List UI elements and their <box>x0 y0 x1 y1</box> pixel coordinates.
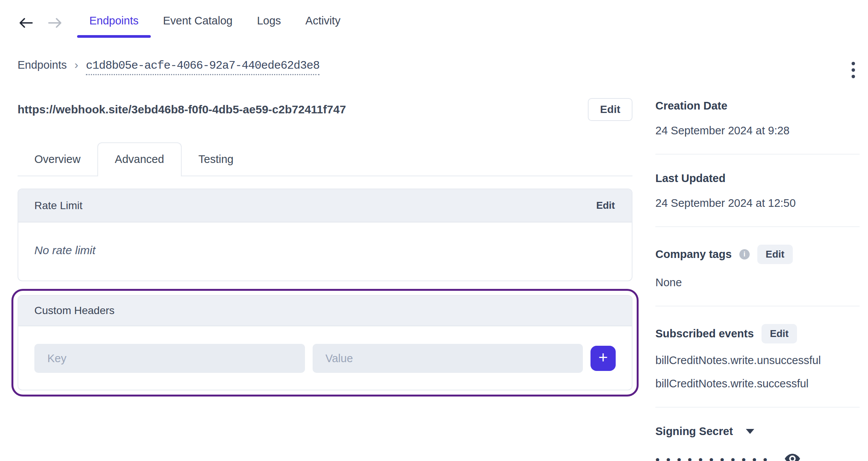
breadcrumb-separator: › <box>74 58 78 71</box>
plus-icon: + <box>599 350 608 366</box>
endpoint-url-row: https://webhook.site/3ebd46b8-f0f0-4db5-… <box>18 98 632 121</box>
subscribed-events-header-row: Subscribed events Edit <box>655 324 860 343</box>
subscribed-events-section: Subscribed events Edit billCreditNotes.w… <box>655 324 860 390</box>
last-updated-section: Last Updated 24 September 2024 at 12:50 <box>655 172 860 210</box>
custom-headers-card-header: Custom Headers <box>18 296 632 326</box>
nav-tab-activity[interactable]: Activity <box>293 9 353 38</box>
company-tags-value: None <box>655 276 860 289</box>
signing-secret-section: Signing Secret ••••••••••• <box>655 425 860 461</box>
nav-tab-endpoints[interactable]: Endpoints <box>77 9 151 38</box>
custom-headers-card: Custom Headers + <box>18 295 632 390</box>
rate-limit-body: No rate limit <box>18 222 632 280</box>
tab-testing[interactable]: Testing <box>182 146 250 176</box>
sidebar-divider <box>655 306 860 306</box>
info-icon[interactable]: i <box>739 249 750 260</box>
header-value-input[interactable] <box>313 344 583 373</box>
signing-secret-label: Signing Secret <box>655 425 733 438</box>
tab-overview[interactable]: Overview <box>18 146 97 176</box>
reveal-secret-button[interactable] <box>784 451 801 461</box>
rate-limit-card-header: Rate Limit Edit <box>18 189 632 222</box>
nav-tab-logs[interactable]: Logs <box>245 9 293 38</box>
signing-secret-masked-value: ••••••••••• <box>655 453 774 461</box>
sidebar-divider <box>655 226 860 227</box>
tab-advanced[interactable]: Advanced <box>97 142 182 176</box>
company-tags-header-row: Company tags i Edit <box>655 245 860 264</box>
rate-limit-title: Rate Limit <box>34 200 82 212</box>
header-key-input[interactable] <box>34 344 305 373</box>
creation-date-section: Creation Date 24 September 2024 at 9:28 <box>655 100 860 137</box>
endpoint-sidebar: Creation Date 24 September 2024 at 9:28 … <box>655 98 860 461</box>
kebab-menu-button[interactable] <box>850 60 857 80</box>
endpoint-url: https://webhook.site/3ebd46b8-f0f0-4db5-… <box>18 103 346 116</box>
custom-headers-highlight-outline: Custom Headers + <box>11 289 639 397</box>
rate-limit-edit-button[interactable]: Edit <box>595 198 616 213</box>
last-updated-value: 24 September 2024 at 12:50 <box>655 197 860 210</box>
arrow-right-icon <box>48 17 62 30</box>
custom-headers-title: Custom Headers <box>34 305 115 317</box>
nav-tab-event-catalog[interactable]: Event Catalog <box>151 9 245 38</box>
breadcrumb-endpoints-link[interactable]: Endpoints <box>18 59 67 71</box>
arrow-left-icon <box>19 17 33 30</box>
company-tags-label: Company tags <box>655 248 732 261</box>
subscribed-event-item: billCreditNotes.write.successful <box>655 377 860 390</box>
back-button[interactable] <box>18 15 34 32</box>
breadcrumb-endpoint-id[interactable]: c1d8b05e-acfe-4066-92a7-440ede62d3e8 <box>86 59 319 75</box>
forward-button[interactable] <box>47 15 63 32</box>
caret-down-icon <box>746 429 754 434</box>
last-updated-label: Last Updated <box>655 172 860 185</box>
primary-tabs: Endpoints Event Catalog Logs Activity <box>77 9 353 38</box>
creation-date-label: Creation Date <box>655 100 860 112</box>
signing-secret-header-row[interactable]: Signing Secret <box>655 425 860 438</box>
no-rate-limit-text: No rate limit <box>34 244 95 256</box>
kebab-menu-icon <box>852 62 855 78</box>
custom-headers-body: + <box>18 326 632 390</box>
detail-tabs: Overview Advanced Testing <box>18 142 632 176</box>
subscribed-event-item: billCreditNotes.write.unsuccessful <box>655 354 860 367</box>
top-navigation: Endpoints Event Catalog Logs Activity <box>0 0 868 38</box>
signing-secret-value-row: ••••••••••• <box>655 451 860 461</box>
eye-icon <box>784 451 801 461</box>
content-area: https://webhook.site/3ebd46b8-f0f0-4db5-… <box>0 98 868 461</box>
add-header-button[interactable]: + <box>590 346 616 371</box>
sidebar-divider <box>655 154 860 155</box>
rate-limit-card: Rate Limit Edit No rate limit <box>18 189 632 281</box>
subscribed-events-label: Subscribed events <box>655 327 754 340</box>
sidebar-divider <box>655 407 860 408</box>
creation-date-value: 24 September 2024 at 9:28 <box>655 124 860 137</box>
endpoint-main-panel: https://webhook.site/3ebd46b8-f0f0-4db5-… <box>18 98 632 461</box>
breadcrumb: Endpoints › c1d8b05e-acfe-4066-92a7-440e… <box>18 58 868 75</box>
company-tags-edit-button[interactable]: Edit <box>757 245 793 264</box>
company-tags-section: Company tags i Edit None <box>655 245 860 289</box>
subscribed-events-edit-button[interactable]: Edit <box>762 324 797 343</box>
edit-url-button[interactable]: Edit <box>588 98 632 121</box>
